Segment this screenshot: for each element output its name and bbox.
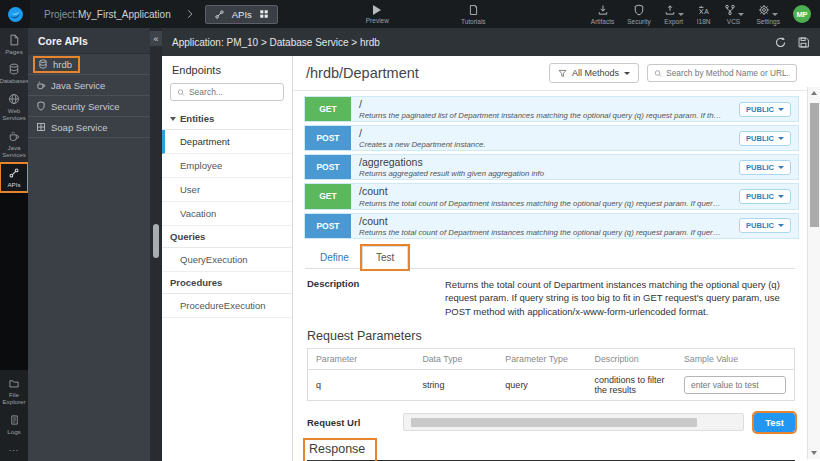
endpoints-section-procedures[interactable]: Procedures: [162, 272, 292, 294]
i18n-button[interactable]: A I18N: [697, 4, 711, 25]
request-url-label: Request Url: [307, 417, 393, 428]
param-type: query: [497, 369, 586, 400]
security-button[interactable]: Security: [627, 4, 650, 25]
sidebar-item-web-services[interactable]: Web Services: [0, 89, 28, 126]
settings-button[interactable]: Settings: [757, 4, 781, 25]
endpoint-item-department[interactable]: Department: [162, 130, 292, 154]
endpoint-item-user[interactable]: User: [162, 178, 292, 202]
sidebar-item-java-services[interactable]: Java Services: [0, 126, 28, 163]
endpoint-item-vacation[interactable]: Vacation: [162, 202, 292, 226]
project-name[interactable]: Project:My_First_Application: [44, 9, 171, 20]
language-icon: A: [697, 4, 710, 16]
sidebar-item-pages[interactable]: Pages: [0, 30, 28, 59]
triangle-down-icon: [170, 117, 176, 121]
user-avatar[interactable]: MP: [793, 5, 811, 23]
access-dropdown[interactable]: PUBLIC: [739, 189, 791, 204]
scrollbar-thumb[interactable]: [810, 103, 819, 227]
wavemaker-studio-window: Project:My_First_Application APIs Previe…: [0, 0, 820, 461]
collapse-panel-button[interactable]: «: [150, 31, 162, 46]
param-name: q: [308, 369, 415, 400]
column-header: Parameter Type: [497, 348, 586, 369]
tutorials-icon: [468, 4, 479, 16]
access-dropdown[interactable]: PUBLIC: [739, 160, 791, 175]
description-row: Description Returns the total count of D…: [307, 278, 795, 319]
vcs-button[interactable]: VCS: [724, 4, 744, 25]
main-pane: /hrdb/Department All Methods: [293, 56, 820, 461]
access-dropdown[interactable]: PUBLIC: [739, 218, 791, 233]
endpoints-search-input[interactable]: [189, 87, 277, 97]
request-url-field[interactable]: [403, 413, 744, 431]
endpoint-item-queryexecution[interactable]: QueryExecution: [162, 248, 292, 272]
endpoint-item-procedureexecution[interactable]: ProcedureExecution: [162, 294, 292, 318]
api-row-post-aggregations[interactable]: POST /aggregations Returns aggregated re…: [304, 154, 799, 180]
topbar-actions: Artifacts Security Export: [591, 4, 820, 25]
api-row-get-root[interactable]: GET / Returns the paginated list of Depa…: [304, 96, 799, 122]
core-api-item-label: Java Service: [51, 80, 105, 91]
api-description: Creates a new Department instance.: [359, 140, 724, 149]
methods-filter-dropdown[interactable]: All Methods: [549, 63, 639, 83]
sidebar-item-databases[interactable]: Databases: [0, 59, 28, 88]
endpoints-section-queries[interactable]: Queries: [162, 226, 292, 248]
scroll-down-icon[interactable]: [811, 451, 817, 455]
chevron-right-icon: [185, 8, 195, 20]
core-apis-panel: Core APIs hrdb Java Service: [28, 28, 150, 461]
artifacts-button[interactable]: Artifacts: [591, 4, 614, 25]
sidebar-item-logs[interactable]: Logs: [0, 410, 28, 439]
preview-button[interactable]: Preview: [366, 5, 389, 24]
api-row-post-count[interactable]: POST /count Returns the total count of D…: [304, 213, 799, 239]
rail-scrollbar-thumb[interactable]: [153, 224, 159, 258]
chevron-down-icon: [778, 195, 784, 198]
save-button[interactable]: [797, 36, 810, 49]
grid-icon[interactable]: [259, 9, 269, 19]
wavemaker-logo[interactable]: [0, 0, 30, 28]
search-icon: [654, 69, 662, 78]
chevron-down-icon: [778, 166, 784, 169]
core-api-item-java-service[interactable]: Java Service: [28, 75, 150, 96]
request-parameters-table: Parameter Data Type Parameter Type Descr…: [307, 348, 795, 401]
api-row-post-root[interactable]: POST / Creates a new Department instance…: [304, 125, 799, 151]
sample-value-input[interactable]: [684, 376, 786, 394]
api-row-get-count[interactable]: GET /count Returns the total count of De…: [304, 183, 799, 209]
sidebar-item-file-explorer[interactable]: File Explorer: [0, 374, 28, 410]
sidebar-item-apis[interactable]: APIs: [0, 163, 28, 192]
access-dropdown[interactable]: PUBLIC: [739, 102, 791, 117]
database-icon: [38, 59, 48, 69]
main-scrollbar[interactable]: [807, 87, 820, 459]
api-description: Returns the total count of Department in…: [359, 199, 724, 208]
core-apis-title: Core APIs: [28, 28, 150, 54]
tutorials-button[interactable]: Tutorials: [461, 4, 486, 25]
svg-text:A: A: [704, 7, 709, 14]
api-path: /count: [359, 185, 724, 198]
tab-apis[interactable]: APIs: [205, 5, 278, 24]
export-button[interactable]: Export: [664, 4, 684, 25]
coffee-icon: [36, 80, 46, 90]
refresh-icon: [774, 36, 787, 49]
response-section: Response 1 "5": [307, 442, 795, 456]
core-api-item-hrdb[interactable]: hrdb: [28, 54, 150, 75]
entity-title-row: /hrdb/Department All Methods: [293, 56, 807, 91]
refresh-button[interactable]: [774, 36, 787, 49]
param-description: conditions to filter the results: [587, 369, 676, 400]
tab-test[interactable]: Test: [362, 246, 408, 269]
sidebar-spacer: [0, 192, 28, 370]
core-api-item-security-service[interactable]: Security Service: [28, 96, 150, 117]
scroll-up-icon[interactable]: [811, 91, 817, 95]
core-api-item-soap-service[interactable]: Soap Service: [28, 117, 150, 138]
breadcrumb: Application: PM_10 > Database Service > …: [172, 37, 380, 48]
api-node-icon: [214, 9, 225, 20]
tab-define[interactable]: Define: [307, 247, 362, 268]
endpoint-item-employee[interactable]: Employee: [162, 154, 292, 178]
access-dropdown[interactable]: PUBLIC: [739, 131, 791, 146]
content-row: Pages Databases Web Services: [0, 28, 820, 461]
test-button[interactable]: Test: [754, 413, 795, 432]
method-search[interactable]: [647, 64, 797, 82]
work-row: Endpoints Entities Department Employee U…: [162, 56, 820, 461]
endpoints-search[interactable]: [170, 83, 284, 101]
endpoints-section-entities[interactable]: Entities: [162, 108, 292, 130]
description-text: Returns the total count of Department in…: [445, 278, 795, 319]
sidebar-more-button[interactable]: ...: [0, 439, 28, 459]
page-icon: [8, 34, 20, 46]
request-parameters-title: Request Parameters: [307, 329, 795, 343]
method-search-input[interactable]: [666, 68, 790, 78]
entity-title: /hrdb/Department: [306, 65, 541, 81]
